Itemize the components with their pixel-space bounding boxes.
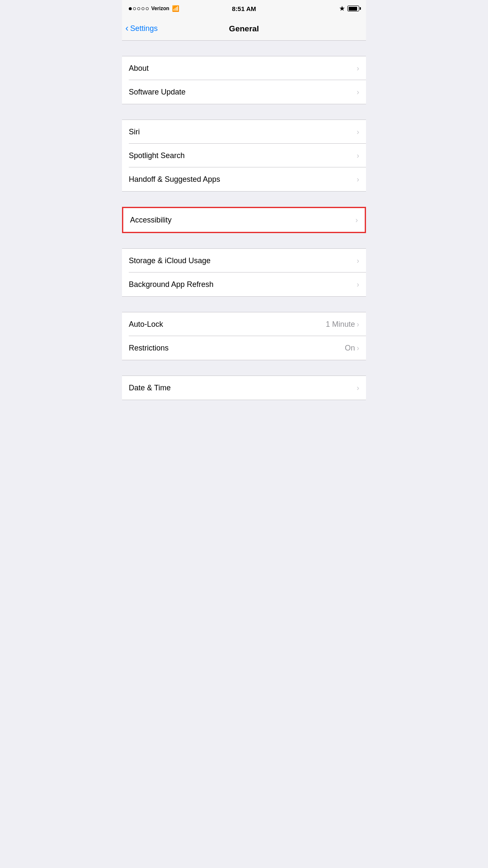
handoff-chevron-icon: › (357, 175, 359, 184)
storage-icloud-row[interactable]: Storage & iCloud Usage › (122, 249, 366, 273)
background-app-refresh-right: › (357, 280, 359, 289)
accessibility-row[interactable]: Accessibility › (123, 208, 365, 232)
handoff-suggested-apps-row[interactable]: Handoff & Suggested Apps › (122, 167, 366, 191)
spacer-above-accessibility (122, 192, 366, 207)
background-app-refresh-row[interactable]: Background App Refresh › (122, 273, 366, 296)
accessibility-label: Accessibility (130, 216, 172, 225)
spotlight-search-chevron-icon: › (357, 151, 359, 160)
date-time-chevron-icon: › (357, 384, 359, 392)
auto-lock-row[interactable]: Auto-Lock 1 Minute › (122, 312, 366, 336)
status-right: ★ (339, 5, 359, 12)
restrictions-label: Restrictions (129, 344, 169, 353)
accessibility-chevron-icon: › (355, 216, 358, 225)
signal-dot-2 (133, 7, 136, 10)
storage-icloud-chevron-icon: › (357, 256, 359, 265)
settings-group-2: Siri › Spotlight Search › Handoff & Sugg… (122, 120, 366, 192)
wifi-icon: 📶 (172, 5, 179, 12)
page-title: General (229, 24, 259, 33)
about-row[interactable]: About › (122, 56, 366, 80)
restrictions-value: On (345, 344, 355, 353)
auto-lock-value: 1 Minute (326, 320, 355, 329)
settings-group-4: Storage & iCloud Usage › Background App … (122, 248, 366, 297)
date-time-right: › (357, 384, 359, 392)
signal-strength (129, 7, 149, 10)
spotlight-search-row[interactable]: Spotlight Search › (122, 144, 366, 167)
date-time-row[interactable]: Date & Time › (122, 376, 366, 400)
spacer-below-accessibility (122, 233, 366, 248)
nav-bar: ‹ Settings General (122, 17, 366, 41)
spotlight-search-label: Spotlight Search (129, 151, 185, 160)
battery-fill (349, 7, 358, 11)
background-app-refresh-chevron-icon: › (357, 280, 359, 289)
about-chevron-icon: › (357, 64, 359, 73)
siri-row[interactable]: Siri › (122, 120, 366, 144)
status-left: Verizon 📶 (129, 5, 179, 12)
signal-dot-4 (141, 7, 144, 10)
battery-body (347, 6, 359, 11)
status-time: 8:51 AM (232, 5, 256, 12)
date-time-label: Date & Time (129, 384, 171, 392)
storage-icloud-label: Storage & iCloud Usage (129, 256, 211, 265)
handoff-suggested-apps-label: Handoff & Suggested Apps (129, 175, 220, 184)
spotlight-search-right: › (357, 151, 359, 160)
settings-group-6: Date & Time › (122, 376, 366, 400)
siri-label: Siri (129, 128, 140, 136)
siri-chevron-icon: › (357, 128, 359, 136)
about-label: About (129, 64, 149, 73)
status-bar: Verizon 📶 8:51 AM ★ (122, 0, 366, 17)
settings-group-5: Auto-Lock 1 Minute › Restrictions On › (122, 312, 366, 360)
settings-group-1: About › Software Update › (122, 56, 366, 104)
accessibility-right: › (355, 216, 358, 225)
signal-dot-1 (129, 7, 132, 10)
carrier-label: Verizon (151, 6, 169, 11)
software-update-row[interactable]: Software Update › (122, 80, 366, 104)
siri-right: › (357, 128, 359, 136)
auto-lock-label: Auto-Lock (129, 320, 163, 329)
back-chevron-icon: ‹ (125, 24, 128, 33)
battery-indicator (347, 6, 359, 11)
software-update-label: Software Update (129, 88, 186, 97)
storage-icloud-right: › (357, 256, 359, 265)
background-app-refresh-label: Background App Refresh (129, 280, 214, 289)
signal-dot-3 (137, 7, 140, 10)
nav-back-button[interactable]: ‹ Settings (125, 24, 158, 33)
spacer-5 (122, 297, 366, 312)
signal-dot-5 (146, 7, 149, 10)
auto-lock-right: 1 Minute › (326, 320, 359, 329)
accessibility-group: Accessibility › (122, 207, 366, 233)
restrictions-row[interactable]: Restrictions On › (122, 336, 366, 360)
restrictions-chevron-icon: › (357, 344, 359, 353)
restrictions-right: On › (345, 344, 359, 353)
auto-lock-chevron-icon: › (357, 320, 359, 329)
software-update-chevron-icon: › (357, 88, 359, 97)
software-update-right: › (357, 88, 359, 97)
spacer-6 (122, 360, 366, 376)
back-label: Settings (130, 24, 158, 33)
spacer-1 (122, 41, 366, 56)
about-right: › (357, 64, 359, 73)
bluetooth-icon: ★ (339, 5, 345, 12)
spacer-2 (122, 104, 366, 120)
handoff-suggested-apps-right: › (357, 175, 359, 184)
